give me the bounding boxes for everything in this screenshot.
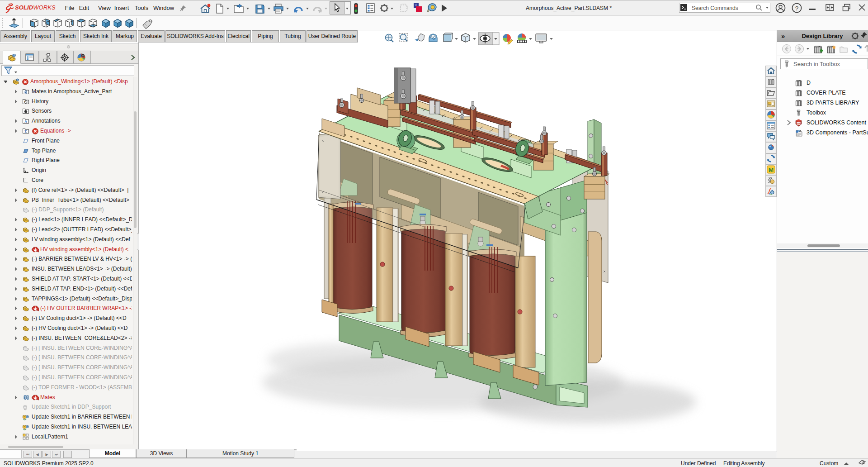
svg-text:M: M bbox=[769, 167, 774, 173]
svg-text:?: ? bbox=[795, 5, 799, 12]
